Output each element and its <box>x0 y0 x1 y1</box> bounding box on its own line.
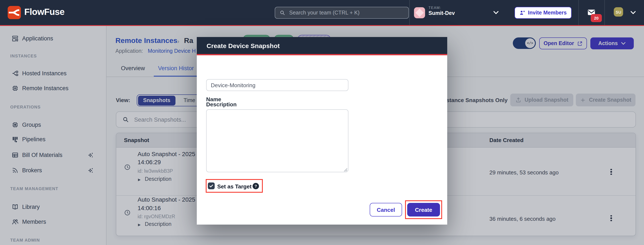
user-menu-chevron-down-icon[interactable] <box>630 11 636 14</box>
invite-members-button[interactable]: Invite Members <box>514 7 572 19</box>
set-as-target-label[interactable]: Set as Target <box>217 183 252 190</box>
team-search-input[interactable] <box>288 9 404 16</box>
notification-count-badge: 20 <box>591 14 602 22</box>
team-chevron-down-icon[interactable] <box>493 11 499 14</box>
search-icon <box>280 10 285 16</box>
team-avatar[interactable] <box>414 7 425 18</box>
create-button[interactable]: Create <box>407 203 440 217</box>
logo-wordmark[interactable]: FlowFuse <box>24 7 64 17</box>
cancel-button[interactable]: Cancel <box>370 203 402 217</box>
navbar-divider <box>604 0 605 25</box>
user-avatar[interactable]: SU <box>614 7 623 16</box>
description-field[interactable] <box>206 109 348 172</box>
invite-members-label: Invite Members <box>528 10 567 16</box>
set-as-target-checkbox[interactable] <box>208 183 215 189</box>
app-root: FlowFuse TEAM: Sumit-Dev Invite Members <box>0 0 644 245</box>
navbar-accent-line <box>0 25 644 26</box>
team-search-box[interactable] <box>275 7 409 19</box>
help-question-icon[interactable]: ? <box>252 183 259 189</box>
navbar-divider <box>578 0 579 25</box>
create-device-snapshot-modal: Create Device Snapshot Name Description … <box>197 37 447 225</box>
name-field[interactable] <box>206 79 348 91</box>
modal-header: Create Device Snapshot <box>197 37 447 55</box>
flowfuse-logo-icon[interactable] <box>8 6 21 19</box>
description-label: Description <box>206 101 236 108</box>
team-name[interactable]: Sumit-Dev <box>428 10 455 16</box>
textarea-resize-handle[interactable] <box>344 168 348 172</box>
navbar-divider <box>409 0 410 25</box>
team-label: TEAM: <box>428 5 441 10</box>
modal-title: Create Device Snapshot <box>206 42 280 49</box>
user-plus-icon <box>520 10 526 16</box>
